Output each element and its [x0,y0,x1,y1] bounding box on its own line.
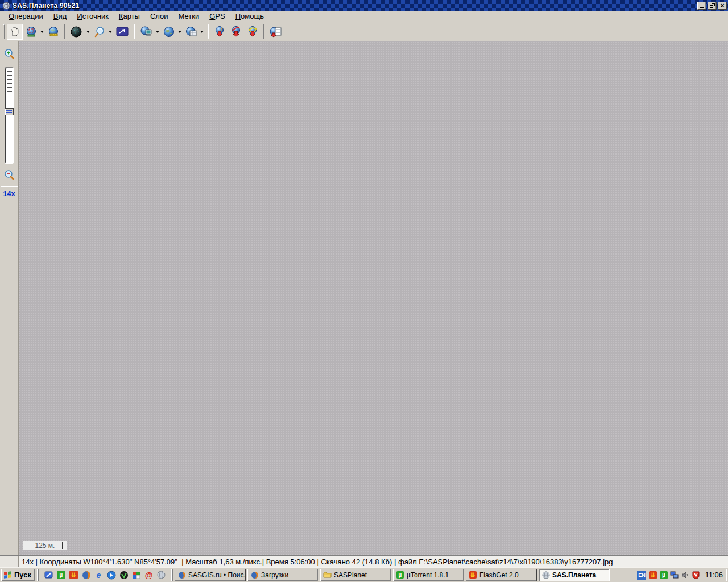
zoom-out-icon [3,169,15,181]
toolbar-separator [263,24,264,39]
titlebar: SAS.Планета 90521 × [0,0,728,11]
fullscreen-button[interactable] [114,24,131,40]
globe-view-dropdown[interactable] [85,24,91,40]
minimize-button[interactable] [697,2,706,10]
toolbar [0,22,728,41]
distance-measure-button[interactable] [46,24,61,40]
firefox-icon[interactable] [81,570,91,580]
task-button-downloads[interactable]: Загрузки [247,569,318,581]
download-manager-button[interactable] [267,24,284,40]
dropdown-arrow-icon [40,31,44,33]
layers-dropdown[interactable] [199,24,205,40]
antivirus-tray-icon[interactable] [692,571,700,579]
download-polygon-icon [247,26,258,38]
minimize-icon [700,7,704,8]
map-source-icon [140,26,152,38]
task-button-sas-planet[interactable]: SAS.Планета [539,569,610,581]
map-source-button[interactable] [138,24,155,40]
utorrent-icon: µ [396,571,404,579]
toolbar-grip[interactable] [3,24,5,39]
layers-button[interactable] [183,24,199,40]
toolbar-separator [64,24,65,39]
task-button-flashget[interactable]: ⇊ FlashGet 2.0 [466,569,537,581]
distance-measure-icon [48,26,59,38]
menu-placemarks[interactable]: Метки [173,11,205,22]
toolbar-separator [208,24,209,39]
download-path-button[interactable] [228,24,244,40]
task-button-browser[interactable]: SASGIS.ru • Поис... [175,569,246,581]
menu-gps[interactable]: GPS [204,11,230,22]
workarea: 14x 125 м. [0,41,728,555]
sas-planet-window: SAS.Планета 90521 × Операции Вид Источни… [0,0,728,567]
utorrent-icon[interactable]: µ [56,570,66,580]
start-label: Пуск [14,571,31,579]
tray-clock: 11:06 [702,571,723,579]
statusbar-left-panel [0,556,19,567]
menu-operations[interactable]: Операции [3,11,48,22]
sidebar-separator [1,186,18,187]
dark-app-icon[interactable] [119,570,129,580]
fullscreen-icon [116,27,129,37]
restore-button[interactable] [708,2,717,10]
globe-view-button[interactable] [68,24,85,40]
internet-explorer-icon[interactable]: e [94,570,104,580]
map-type-dropdown[interactable] [177,24,183,40]
close-icon: × [720,2,724,9]
start-button[interactable]: Пуск [1,569,35,581]
zoom-slider-ticks [7,71,12,161]
statusbar-text: 14x | Координаты W180°4'1.630" N85°4'57.… [19,558,613,566]
app-globe-icon [2,2,10,10]
mail-agent-icon[interactable]: @ [144,570,154,580]
download-polygon-button[interactable] [245,24,260,40]
map-view[interactable]: 125 м. [19,41,728,555]
map-source-dropdown[interactable] [155,24,160,40]
zoom-slider[interactable] [5,67,14,164]
media-player-icon[interactable] [106,570,116,580]
zoom-tool-button[interactable] [92,24,107,40]
menu-help[interactable]: Помощь [230,11,269,22]
sas-planet-quicklaunch-icon[interactable] [156,570,166,580]
volume-tray-icon[interactable] [681,571,689,579]
task-button-utorrent[interactable]: µ µTorrent 1.8.1 [393,569,464,581]
flashget-icon: ⇊ [469,571,477,579]
menu-source[interactable]: Источник [72,11,114,22]
flashget-icon[interactable]: ⇊ [69,570,78,580]
pan-hand-button[interactable] [7,24,23,40]
firefox-icon [250,571,259,579]
flashget-tray-icon[interactable]: ⇊ [648,571,657,579]
taskbar-separator [37,569,39,581]
zoom-out-button[interactable] [3,169,15,182]
color-grid-app-icon[interactable] [131,570,141,580]
zoom-tool-dropdown[interactable] [107,24,113,40]
menu-view[interactable]: Вид [48,11,72,22]
map-type-icon [163,26,175,38]
network-tray-icon[interactable] [670,571,679,579]
quick-launch: µ ⇊ e @ [44,570,166,580]
pan-hand-icon [9,26,20,38]
selection-manager-icon [26,26,37,38]
menu-layers[interactable]: Слои [145,11,173,22]
screen: SAS.Планета 90521 × Операции Вид Источни… [0,0,728,582]
zoom-in-button[interactable] [3,48,15,61]
restore-icon [710,3,715,8]
task-button-folder[interactable]: SASPlanet [320,569,391,581]
zoom-tool-icon [94,26,105,38]
show-desktop-icon[interactable] [44,570,53,580]
map-type-button[interactable] [161,24,177,40]
menubar: Операции Вид Источник Карты Слои Метки G… [0,11,728,22]
selection-manager-dropdown[interactable] [39,24,45,40]
dropdown-arrow-icon [178,31,181,33]
dropdown-arrow-icon [109,31,112,33]
close-button[interactable]: × [718,2,727,10]
firefox-icon [177,571,186,579]
menu-maps[interactable]: Карты [114,11,145,22]
dropdown-arrow-icon [86,31,90,33]
selection-manager-button[interactable] [23,24,39,40]
utorrent-tray-icon[interactable]: µ [659,571,668,579]
zoom-slider-thumb[interactable] [5,108,14,115]
language-indicator[interactable]: EN [637,571,646,580]
download-selection-button[interactable] [212,24,228,40]
download-path-icon [230,26,242,38]
taskbar-separator [171,569,173,581]
dropdown-arrow-icon [200,31,204,33]
